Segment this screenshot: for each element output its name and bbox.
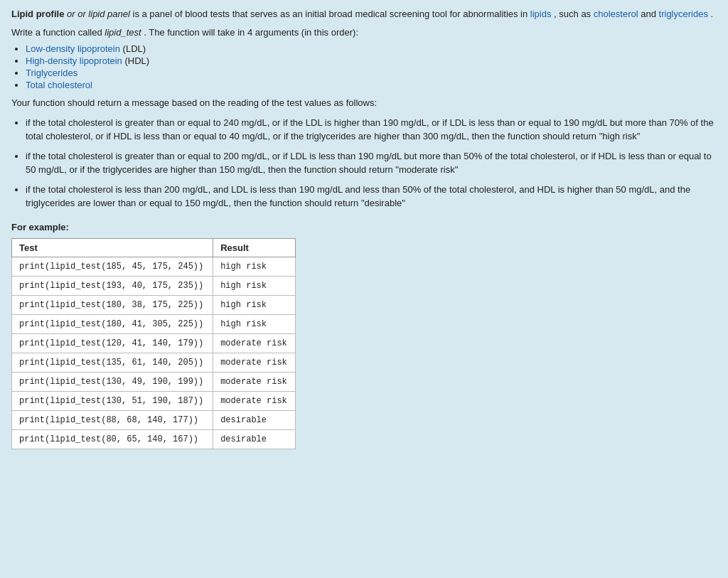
function-intro-text: Write a function called lipid_test . The… xyxy=(11,26,717,40)
table-row: print(lipid_test(180, 38, 175, 225))high… xyxy=(12,295,296,314)
function-name: lipid_test xyxy=(105,27,141,38)
intro-desc2: , such as xyxy=(554,9,594,19)
your-function-label: Your function should return a message ba… xyxy=(11,96,717,110)
example-table: Test Result print(lipid_test(185, 45, 17… xyxy=(11,238,296,449)
result-cell: moderate risk xyxy=(213,372,296,391)
table-row: print(lipid_test(120, 41, 140, 179))mode… xyxy=(12,333,296,353)
function-desc: . The function will take in 4 arguments … xyxy=(144,27,358,38)
test-cell: print(lipid_test(88, 68, 140, 177)) xyxy=(12,410,213,429)
test-cell: print(lipid_test(120, 41, 140, 179)) xyxy=(12,333,213,353)
link-cholesterol[interactable]: cholesterol xyxy=(594,9,638,19)
intro-desc4: . xyxy=(711,9,714,19)
table-row: print(lipid_test(88, 68, 140, 177))desir… xyxy=(12,410,296,429)
table-row: print(lipid_test(135, 61, 140, 205))mode… xyxy=(12,353,296,372)
table-row: print(lipid_test(130, 51, 190, 187))mode… xyxy=(12,391,296,410)
link-triglycerides[interactable]: triglycerides xyxy=(659,9,708,19)
intro-desc3: and xyxy=(641,9,658,19)
rule-2: if the total cholesterol is greater than… xyxy=(26,149,717,177)
arg-ldl: Low-density lipoprotein (LDL) xyxy=(26,43,717,54)
result-cell: moderate risk xyxy=(213,353,296,372)
result-cell: desirable xyxy=(213,410,296,429)
arg-triglycerides: Triglycerides xyxy=(26,68,717,78)
col-result-header: Result xyxy=(213,238,296,257)
col-test-header: Test xyxy=(12,238,213,257)
test-cell: print(lipid_test(180, 41, 305, 225)) xyxy=(12,314,213,333)
table-row: print(lipid_test(185, 45, 175, 245))high… xyxy=(12,257,296,276)
link-triglycerides-arg[interactable]: Triglycerides xyxy=(26,68,77,78)
table-row: print(lipid_test(180, 41, 305, 225))high… xyxy=(12,314,296,333)
result-cell: moderate risk xyxy=(213,391,296,410)
result-cell: high risk xyxy=(213,295,296,314)
intro-desc1: is a panel of blood tests that serves as… xyxy=(133,9,530,19)
table-header-row: Test Result xyxy=(12,238,296,257)
test-cell: print(lipid_test(193, 40, 175, 235)) xyxy=(12,276,213,295)
arg-list: Low-density lipoprotein (LDL) High-densi… xyxy=(26,43,717,90)
link-ldl[interactable]: Low-density lipoprotein xyxy=(26,43,120,54)
function-intro-label: Write a function called xyxy=(11,27,105,38)
test-cell: print(lipid_test(135, 61, 140, 205)) xyxy=(12,353,213,372)
rules-list: if the total cholesterol is greater than… xyxy=(26,116,717,210)
table-row: print(lipid_test(80, 65, 140, 167))desir… xyxy=(12,429,296,449)
table-body: print(lipid_test(185, 45, 175, 245))high… xyxy=(12,257,296,449)
test-cell: print(lipid_test(130, 49, 190, 199)) xyxy=(12,372,213,391)
rule-3: if the total cholesterol is less than 20… xyxy=(26,183,717,210)
test-cell: print(lipid_test(130, 51, 190, 187)) xyxy=(12,391,213,410)
link-hdl[interactable]: High-density lipoprotein xyxy=(26,55,122,66)
result-cell: high risk xyxy=(213,257,296,276)
lipid-panel-italic: or or lipid panel xyxy=(67,9,130,19)
test-cell: print(lipid_test(80, 65, 140, 167)) xyxy=(12,429,213,449)
lipid-profile-title: Lipid profile xyxy=(11,9,64,19)
result-cell: high risk xyxy=(213,314,296,333)
rule-1: if the total cholesterol is greater than… xyxy=(26,116,717,144)
result-cell: moderate risk xyxy=(213,333,296,353)
arg-total-cholesterol: Total cholesterol xyxy=(26,80,717,90)
arg-hdl: High-density lipoprotein (HDL) xyxy=(26,55,717,66)
result-cell: desirable xyxy=(213,429,296,449)
intro-paragraph: Lipid profile or or lipid panel is a pan… xyxy=(11,7,717,21)
result-cell: high risk xyxy=(213,276,296,295)
link-lipids[interactable]: lipids xyxy=(530,9,552,19)
test-cell: print(lipid_test(185, 45, 175, 245)) xyxy=(12,257,213,276)
for-example-label: For example: xyxy=(11,222,717,232)
link-total-cholesterol[interactable]: Total cholesterol xyxy=(26,80,92,90)
table-row: print(lipid_test(130, 49, 190, 199))mode… xyxy=(12,372,296,391)
table-row: print(lipid_test(193, 40, 175, 235))high… xyxy=(12,276,296,295)
test-cell: print(lipid_test(180, 38, 175, 225)) xyxy=(12,295,213,314)
